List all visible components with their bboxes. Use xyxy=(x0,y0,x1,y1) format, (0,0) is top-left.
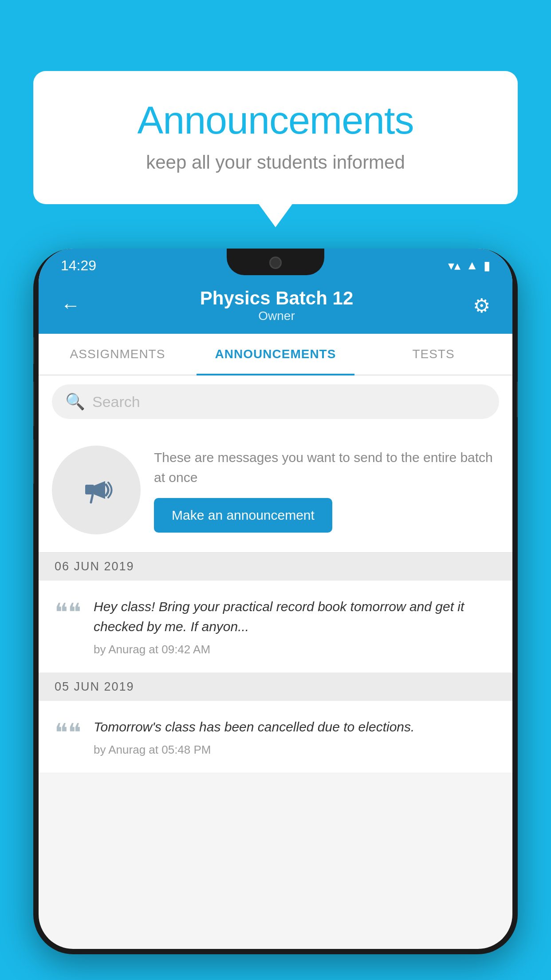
phone-frame: 14:29 ▾▴ ▲ ▮ ← Physics Batch 12 Owner ⚙ … xyxy=(33,249,518,954)
promo-icon-circle xyxy=(52,446,141,534)
speech-bubble: Announcements keep all your students inf… xyxy=(33,71,518,204)
svg-rect-0 xyxy=(85,485,94,494)
announcement-text-2: Tomorrow's class has been cancelled due … xyxy=(94,717,496,737)
date-divider-2: 05 JUN 2019 xyxy=(39,673,512,701)
announcement-meta-2: by Anurag at 05:48 PM xyxy=(94,743,496,757)
quote-icon-2: ❝❝ xyxy=(55,720,81,745)
app-header: ← Physics Batch 12 Owner ⚙ xyxy=(39,279,512,334)
date-divider-1: 06 JUN 2019 xyxy=(39,553,512,581)
announcement-meta-1: by Anurag at 09:42 AM xyxy=(94,643,496,656)
volume-down-button xyxy=(33,382,34,426)
volume-mute-button xyxy=(33,439,34,484)
settings-icon[interactable]: ⚙ xyxy=(473,294,490,317)
status-icons: ▾▴ ▲ ▮ xyxy=(448,258,490,273)
volume-up-button xyxy=(33,337,34,364)
quote-icon-1: ❝❝ xyxy=(55,600,81,625)
phone-screen: 14:29 ▾▴ ▲ ▮ ← Physics Batch 12 Owner ⚙ … xyxy=(39,249,512,949)
phone-notch xyxy=(227,249,324,275)
megaphone-icon xyxy=(74,468,118,512)
promo-right: These are messages you want to send to t… xyxy=(154,447,499,533)
tab-tests[interactable]: TESTS xyxy=(354,334,512,375)
tab-assignments[interactable]: ASSIGNMENTS xyxy=(39,334,197,375)
announcement-content-1: Hey class! Bring your practical record b… xyxy=(94,597,496,656)
search-input[interactable]: Search xyxy=(92,393,140,411)
header-subtitle: Owner xyxy=(80,309,473,323)
search-icon: 🔍 xyxy=(65,392,85,411)
speech-bubble-container: Announcements keep all your students inf… xyxy=(33,71,518,204)
status-time: 14:29 xyxy=(61,257,96,274)
announcement-promo: These are messages you want to send to t… xyxy=(39,428,512,553)
battery-icon: ▮ xyxy=(484,258,490,273)
power-button xyxy=(517,382,518,417)
tab-announcements[interactable]: ANNOUNCEMENTS xyxy=(197,334,354,375)
header-center: Physics Batch 12 Owner xyxy=(80,288,473,323)
search-bar[interactable]: 🔍 Search xyxy=(52,384,499,419)
phone-wrapper: 14:29 ▾▴ ▲ ▮ ← Physics Batch 12 Owner ⚙ … xyxy=(33,249,518,980)
announcement-item-2[interactable]: ❝❝ Tomorrow's class has been cancelled d… xyxy=(39,701,512,773)
back-button[interactable]: ← xyxy=(61,294,80,316)
bubble-subtitle: keep all your students informed xyxy=(69,152,482,173)
search-container: 🔍 Search xyxy=(39,375,512,428)
announcement-item-1[interactable]: ❝❝ Hey class! Bring your practical recor… xyxy=(39,581,512,673)
svg-line-1 xyxy=(91,494,93,502)
tabs-bar: ASSIGNMENTS ANNOUNCEMENTS TESTS xyxy=(39,334,512,375)
signal-icon: ▲ xyxy=(466,258,478,273)
make-announcement-button[interactable]: Make an announcement xyxy=(154,498,332,533)
promo-description: These are messages you want to send to t… xyxy=(154,447,499,487)
header-title: Physics Batch 12 xyxy=(80,288,473,309)
wifi-icon: ▾▴ xyxy=(448,258,460,273)
bubble-title: Announcements xyxy=(69,98,482,143)
front-camera xyxy=(269,257,282,269)
announcement-text-1: Hey class! Bring your practical record b… xyxy=(94,597,496,636)
announcement-content-2: Tomorrow's class has been cancelled due … xyxy=(94,717,496,757)
